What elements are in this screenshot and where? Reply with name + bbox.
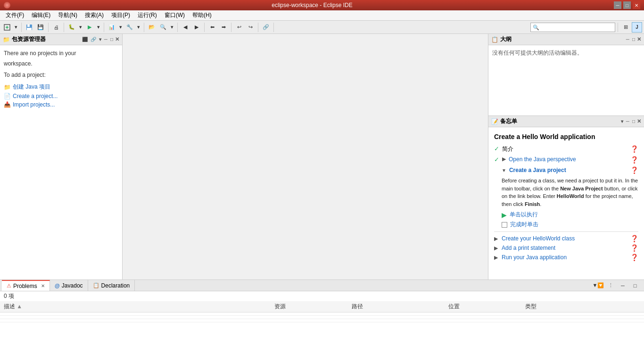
maximize-button[interactable]: □ [623,1,631,9]
cheatsheet-menu-icon[interactable]: ▾ [620,118,624,124]
help-icon-create[interactable]: ❓ [630,166,638,174]
close-button[interactable]: ✕ [633,1,640,9]
view-menu-icon[interactable]: ▾ [98,36,102,42]
forward-button[interactable]: ▶ [191,22,202,33]
save-all-button[interactable]: 💾 [35,22,46,33]
open-type-button[interactable]: 📂 [147,22,157,33]
cheatsheet-title: 备忘单 [500,117,618,125]
bottom-minimize-button[interactable]: ─ [618,280,628,291]
editor-area [123,34,488,280]
help-icon-print[interactable]: ❓ [630,244,638,252]
expand-arrow-run[interactable]: ▶ [494,255,498,261]
next-edit-button[interactable]: ➡ [218,22,229,33]
table-row-empty2 [0,316,644,319]
cheat-create-desc: Before creating a class, we need a proje… [502,177,638,208]
run-action-label[interactable]: 单击以执行 [510,211,538,219]
run-dropdown[interactable]: ▾ [96,22,101,33]
minimize-button[interactable]: ─ [614,1,621,9]
svg-rect-5 [27,28,32,30]
prev-edit-button[interactable]: ⬅ [207,22,217,33]
link-editor-icon[interactable]: 🔗 [90,36,97,42]
col-header-type[interactable]: 类型 [521,301,644,313]
help-icon-run[interactable]: ❓ [630,254,638,261]
coverage-button[interactable]: 📊 [107,22,117,33]
redo-button[interactable]: ↪ [245,22,256,33]
declaration-tab-label: Declaration [101,282,130,289]
create-project-link[interactable]: 📄 Create a project... [4,93,118,99]
back-button[interactable]: ◀ [180,22,190,33]
save-button[interactable] [24,22,34,33]
javadoc-tab-label: Javadoc [62,282,83,289]
new-button[interactable] [2,22,12,33]
collapse-all-icon[interactable]: ⬛ [81,36,89,42]
outline-maximize-icon[interactable]: □ [631,36,636,42]
panel-icon-group: ⬛ 🔗 ▾ ─ □ ✕ [81,36,119,42]
table-row-empty3 [0,319,644,322]
debug-button[interactable]: 🐛 [66,22,77,33]
run-java-app-link[interactable]: Run your Java application [502,254,567,261]
helloworld-class-link[interactable]: Create your HelloWorld class [502,235,575,242]
cheatsheet-close-button[interactable]: ✕ [637,118,641,124]
java-perspective-link[interactable]: Open the Java perspective [509,156,576,163]
col-header-desc[interactable]: 描述 ▲ [0,301,271,313]
cheatsheet-content: Create a Hello World application ✓ 简介 ❓ … [488,127,644,280]
col-header-path[interactable]: 路径 [348,301,445,313]
menu-project[interactable]: 项目(P) [107,10,134,20]
tab-javadoc[interactable]: @ Javadoc [50,280,88,291]
col-header-resource[interactable]: 资源 [271,301,348,313]
menu-help[interactable]: 帮助(H) [189,10,215,20]
help-icon-class[interactable]: ❓ [630,235,638,242]
tab-problems[interactable]: ⚠ Problems ✕ [2,280,50,291]
tab-declaration[interactable]: 📋 Declaration [88,280,135,291]
print-button[interactable]: 🖨 [51,22,61,33]
open-resource-dropdown[interactable]: ▾ [169,22,175,33]
open-resource-button[interactable]: 🔍 [158,22,168,33]
cheatsheet-minimize-icon[interactable]: ─ [625,118,630,124]
expand-icon-create: ▼ [502,168,506,173]
menu-window[interactable]: 窗口(W) [161,10,189,20]
filter-button[interactable]: ▼🔽 [593,280,603,291]
menu-search[interactable]: 搜索(A) [81,10,107,20]
menu-file[interactable]: 文件(F) [2,10,28,20]
expand-arrow-class[interactable]: ▶ [494,236,498,242]
print-statement-link[interactable]: Add a print statement [502,245,555,251]
bottom-maximize-button[interactable]: □ [630,280,640,291]
share-button[interactable]: 🔗 [261,22,271,33]
col-header-location[interactable]: 位置 [445,301,522,313]
problems-tab-close[interactable]: ✕ [41,283,45,288]
outline-close-button[interactable]: ✕ [637,36,641,42]
cheat-step-create-project: ▼ Create a Java project ❓ Before creatin… [494,166,638,229]
expand-arrow-perspective[interactable]: ▶ [502,156,506,162]
menu-edit[interactable]: 编辑(E) [28,10,54,20]
cheat-done-action[interactable]: 完成时单击 [502,221,638,229]
new-dropdown[interactable]: ▾ [13,22,19,33]
java-perspective-btn[interactable]: J [632,22,642,33]
outline-minimize-icon[interactable]: ─ [625,36,630,42]
cheat-run-action[interactable]: ▶ 单击以执行 [502,211,638,219]
outline-icon-group: ─ □ ✕ [625,36,641,42]
ext-tools-button[interactable]: 🔧 [124,22,135,33]
minimize-panel-icon[interactable]: ─ [103,36,108,42]
cheatsheet-maximize-icon[interactable]: □ [631,118,636,124]
coverage-dropdown[interactable]: ▾ [118,22,124,33]
perspectives-button[interactable]: ⊞ [620,22,631,33]
expand-arrow-print[interactable]: ▶ [494,245,498,251]
cheatsheet-icon: 📝 [491,118,498,125]
menu-run[interactable]: 运行(R) [134,10,161,20]
ext-tools-dropdown[interactable]: ▾ [136,22,141,33]
help-icon-intro[interactable]: ❓ [630,145,638,153]
undo-button[interactable]: ↩ [234,22,244,33]
maximize-panel-icon[interactable]: □ [109,36,114,42]
debug-dropdown[interactable]: ▾ [78,22,83,33]
create-java-project-step-label[interactable]: Create a Java project [509,167,566,173]
help-icon-perspective[interactable]: ❓ [630,156,638,164]
run-button[interactable]: ▶ [84,22,95,33]
close-panel-button[interactable]: ✕ [115,36,119,42]
import-projects-link[interactable]: 📥 Import projects... [4,101,118,108]
toolbar-search[interactable] [530,23,615,32]
table-row-empty1 [0,313,644,316]
create-java-project-link[interactable]: 📁 创建 Java 项目 [4,83,118,91]
done-action-label[interactable]: 完成时单击 [510,221,538,229]
menu-navigate[interactable]: 导航(N) [54,10,81,20]
bottom-menu-button[interactable]: ⋮ [605,280,616,291]
